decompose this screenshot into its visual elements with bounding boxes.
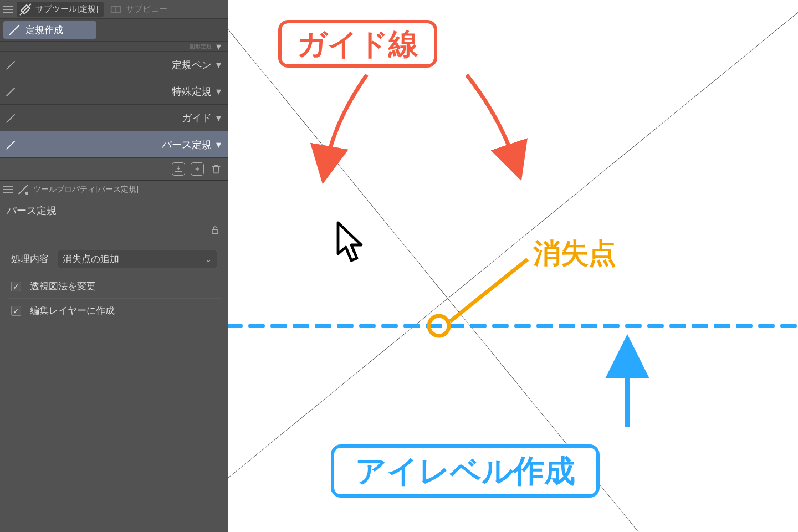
subtool-group-label: 定規作成 [25, 24, 63, 37]
hamburger-icon[interactable] [3, 6, 13, 13]
ruler-icon [4, 111, 18, 125]
chevron-down-icon: ⌄ [204, 253, 212, 265]
subtool-item-guide[interactable]: ガイド ▾ [0, 105, 228, 131]
process-select[interactable]: 消失点の追加 ⌄ [58, 250, 217, 268]
duplicate-icon[interactable] [191, 162, 204, 176]
checkbox-change-perspective[interactable]: ✓ [11, 282, 21, 291]
canvas-area[interactable]: ガイド線 消失点 アイレベル作成 [228, 0, 798, 532]
subtool-item-shape-ruler[interactable]: 図形定規 ▾ [0, 42, 228, 52]
checkbox-label: 透視図法を変更 [30, 280, 96, 293]
vanishing-point-pointer [450, 259, 528, 321]
property-process-row: 処理内容 消失点の追加 ⌄ [7, 244, 222, 274]
property-checkbox-row-2: ✓ 編集レイヤーに作成 [7, 299, 222, 323]
tool-property-title: パース定規 [7, 204, 57, 217]
subtool-tab[interactable]: サブツール[定規] [17, 2, 104, 17]
svg-point-1 [26, 192, 28, 194]
import-icon[interactable] [172, 162, 185, 176]
process-select-value: 消失点の追加 [63, 253, 119, 265]
lock-row [0, 221, 228, 239]
ruler-icon [4, 58, 18, 71]
subtool-item-perspective-ruler[interactable]: パース定規 ▾ [0, 131, 228, 158]
mouse-cursor-icon [335, 221, 366, 259]
checkbox-label: 編集レイヤーに作成 [30, 304, 115, 317]
subtool-item-label: 図形定規 [190, 43, 212, 50]
chevron-down-icon[interactable]: ▾ [214, 140, 223, 149]
subtool-item-ruler-pen[interactable]: 定規ペン ▾ [0, 52, 228, 78]
subtool-item-label: 定規ペン [18, 58, 212, 71]
ruler-icon [4, 138, 18, 151]
callout-text: ガイド線 [297, 27, 418, 60]
callout-eye-level: アイレベル作成 [331, 444, 600, 498]
subtool-group-row: 定規作成 [0, 19, 228, 42]
svg-rect-2 [212, 229, 218, 234]
unlock-icon[interactable] [209, 224, 221, 238]
tool-property-body: 処理内容 消失点の追加 ⌄ ✓ 透視図法を変更 ✓ 編集レイヤーに作成 [0, 239, 228, 329]
chevron-down-icon[interactable]: ▾ [214, 114, 223, 122]
subtool-item-label: パース定規 [18, 138, 212, 151]
subview-icon [109, 3, 122, 16]
hamburger-icon[interactable] [3, 186, 13, 193]
callout-guide-lines: ガイド線 [278, 20, 437, 68]
tool-sidebar: サブツール[定規] サブビュー 定規作成 図形定規 ▾ 定規ペン ▾ [0, 0, 228, 532]
subtool-item-label: 特殊定規 [18, 85, 212, 98]
subtool-actions [0, 158, 228, 181]
chevron-down-icon[interactable]: ▾ [214, 42, 223, 51]
arrow-guide-left [325, 75, 367, 169]
delete-icon[interactable] [209, 162, 223, 176]
tool-property-header-label: ツールプロパティ[パース定規] [33, 185, 139, 195]
subtool-item-label: ガイド [18, 111, 212, 125]
tool-property-header: ツールプロパティ[パース定規] [0, 181, 228, 198]
label-vanishing-point: 消失点 [533, 235, 616, 272]
subtool-list: 図形定規 ▾ 定規ペン ▾ 特殊定規 ▾ ガイド ▾ パース定規 ▾ [0, 42, 228, 158]
subtool-item-special-ruler[interactable]: 特殊定規 ▾ [0, 78, 228, 105]
subtool-panel-header: サブツール[定規] サブビュー [0, 0, 228, 19]
callout-text: アイレベル作成 [355, 453, 575, 488]
chevron-down-icon[interactable]: ▾ [214, 60, 223, 69]
subview-tab[interactable]: サブビュー [107, 2, 173, 17]
ruler-tool-icon [19, 3, 32, 16]
settings-sparkle-icon [17, 183, 30, 196]
chevron-down-icon[interactable]: ▾ [214, 87, 223, 96]
ruler-group-icon [8, 23, 21, 37]
subview-tab-label: サブビュー [126, 4, 167, 14]
subtool-group-tab[interactable]: 定規作成 [3, 21, 96, 39]
ruler-icon [4, 85, 18, 98]
vanishing-point-text: 消失点 [533, 238, 616, 269]
tool-property-title-row: パース定規 [0, 198, 228, 221]
subtool-tab-label: サブツール[定規] [35, 4, 98, 14]
arrow-guide-right [467, 75, 516, 166]
property-process-label: 処理内容 [11, 253, 49, 265]
checkbox-create-on-edit-layer[interactable]: ✓ [11, 306, 21, 316]
property-checkbox-row-1: ✓ 透視図法を変更 [7, 274, 222, 299]
